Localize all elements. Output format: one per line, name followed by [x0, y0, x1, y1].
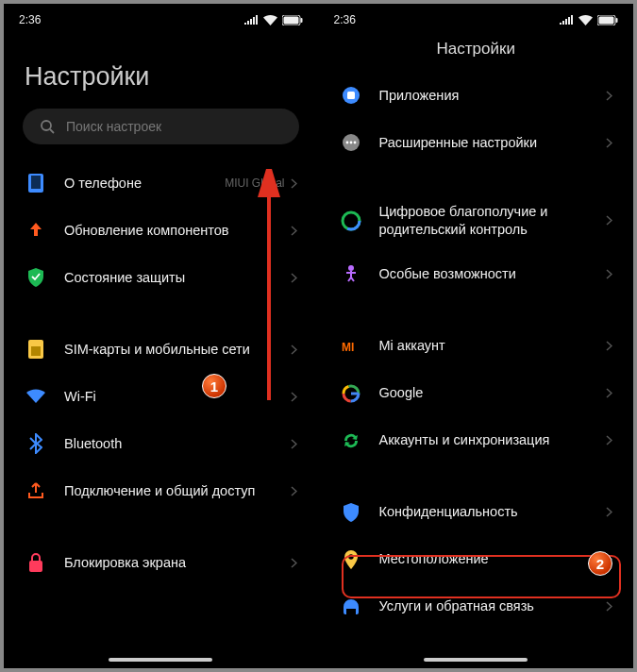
- item-location[interactable]: Местоположение: [325, 536, 629, 583]
- chevron-right-icon: [606, 215, 612, 226]
- item-wifi[interactable]: Wi-Fi: [9, 373, 312, 420]
- item-digital-wellbeing[interactable]: Цифровое благополучие и родительский кон…: [325, 191, 629, 251]
- search-icon: [40, 119, 55, 134]
- home-indicator[interactable]: [424, 658, 528, 662]
- chevron-right-icon: [291, 558, 297, 568]
- item-sim-networks[interactable]: SIM-карты и мобильные сети: [9, 326, 312, 373]
- item-bluetooth[interactable]: Bluetooth: [9, 420, 312, 467]
- svg-point-3: [42, 121, 51, 130]
- headset-icon: [340, 596, 362, 618]
- more-icon: [340, 131, 362, 154]
- battery-icon: [597, 15, 618, 25]
- item-mi-account[interactable]: MI Mi аккаунт: [325, 323, 629, 370]
- item-security-status[interactable]: Состояние защиты: [9, 254, 312, 301]
- chevron-right-icon: [606, 341, 612, 351]
- item-accounts-sync[interactable]: Аккаунты и синхронизация: [325, 417, 629, 464]
- svg-line-4: [50, 129, 54, 133]
- accessibility-icon: [340, 263, 362, 286]
- chevron-right-icon: [291, 273, 297, 283]
- item-accessibility[interactable]: Особые возможности: [325, 251, 629, 298]
- home-indicator[interactable]: [109, 658, 212, 662]
- chevron-right-icon: [291, 392, 297, 402]
- status-bar: 2:36: [319, 4, 634, 32]
- svg-point-18: [353, 142, 356, 144]
- wifi-icon: [578, 15, 593, 25]
- item-lock-screen[interactable]: Блокировка экрана: [9, 539, 312, 586]
- wifi-icon: [263, 15, 277, 25]
- update-icon: [25, 219, 47, 242]
- svg-point-17: [349, 142, 352, 144]
- settings-list: Приложения Расширенные настройки Цифрово…: [319, 72, 634, 630]
- svg-rect-12: [616, 18, 618, 23]
- wifi-icon: [25, 385, 47, 408]
- shield-icon: [25, 266, 47, 289]
- svg-rect-1: [283, 16, 298, 24]
- item-additional-settings[interactable]: Расширенные настройки: [325, 119, 629, 166]
- svg-rect-9: [29, 561, 42, 572]
- chevron-right-icon: [606, 601, 612, 612]
- svg-rect-8: [31, 346, 41, 356]
- item-component-update[interactable]: Обновление компонентов: [9, 207, 312, 254]
- svg-rect-11: [599, 16, 614, 24]
- item-apps[interactable]: Приложения: [325, 72, 629, 119]
- chevron-right-icon: [606, 91, 612, 101]
- chevron-right-icon: [606, 269, 612, 279]
- wellbeing-icon: [340, 210, 362, 232]
- status-time: 2:36: [19, 13, 41, 26]
- battery-icon: [282, 15, 303, 25]
- chevron-right-icon: [291, 439, 297, 449]
- svg-point-21: [348, 265, 354, 271]
- svg-rect-6: [31, 176, 41, 189]
- bluetooth-icon: [25, 432, 47, 455]
- phone-icon: [25, 172, 47, 194]
- phone-screen-left: 2:36 Настройки Поиск настроек О телефоне…: [4, 4, 319, 668]
- mi-logo-icon: MI: [340, 335, 362, 358]
- svg-rect-14: [347, 92, 355, 99]
- step-marker-2: 2: [588, 551, 612, 576]
- item-connection-sharing[interactable]: Подключение и общий доступ: [9, 467, 312, 514]
- svg-point-28: [348, 554, 353, 559]
- google-icon: [340, 382, 362, 405]
- lock-icon: [25, 551, 47, 574]
- sync-icon: [340, 429, 362, 452]
- svg-text:MI: MI: [342, 341, 354, 353]
- chevron-right-icon: [606, 138, 612, 148]
- signal-icon: [560, 15, 574, 25]
- page-title: Настройки: [319, 32, 634, 72]
- item-about-phone[interactable]: О телефоне MIUI Global: [9, 160, 312, 207]
- svg-point-16: [345, 142, 348, 144]
- search-input[interactable]: Поиск настроек: [23, 109, 299, 144]
- chevron-right-icon: [291, 344, 297, 355]
- status-icons: [560, 15, 618, 25]
- svg-rect-27: [351, 392, 359, 395]
- chevron-right-icon: [606, 435, 612, 445]
- item-google[interactable]: Google: [325, 370, 629, 417]
- signal-icon: [244, 15, 259, 25]
- sim-icon: [25, 338, 47, 361]
- privacy-icon: [340, 501, 362, 524]
- apps-icon: [340, 84, 362, 107]
- status-time: 2:36: [334, 13, 356, 26]
- item-services-feedback[interactable]: Услуги и обратная связь: [325, 583, 629, 630]
- item-privacy[interactable]: Конфиденциальность: [325, 489, 629, 536]
- status-bar: 2:36: [4, 4, 318, 32]
- phone-screen-right: 2:36 Настройки Приложения Расширенные на…: [319, 4, 634, 668]
- page-title: Настройки: [4, 32, 318, 109]
- chevron-right-icon: [606, 388, 612, 398]
- search-placeholder: Поиск настроек: [66, 119, 161, 134]
- svg-rect-2: [300, 18, 302, 23]
- chevron-right-icon: [291, 226, 297, 236]
- chevron-right-icon: [291, 178, 297, 189]
- location-pin-icon: [340, 548, 362, 571]
- chevron-right-icon: [606, 507, 612, 517]
- share-icon: [25, 479, 47, 502]
- chevron-right-icon: [291, 486, 297, 496]
- step-marker-1: 1: [202, 374, 226, 398]
- status-icons: [244, 15, 303, 25]
- settings-list: О телефоне MIUI Global Обновление компон…: [4, 160, 318, 586]
